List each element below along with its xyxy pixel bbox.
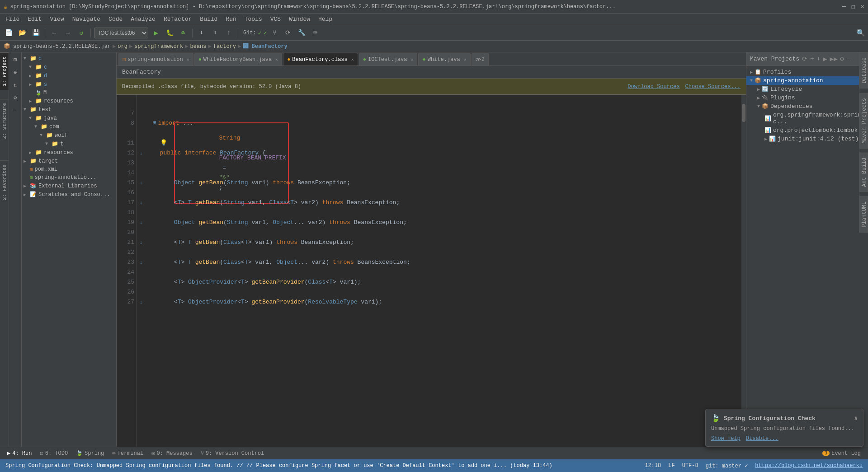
maven-add-icon[interactable]: + [810,55,814,63]
git-settings-button[interactable]: 🔧 [296,27,307,39]
maximize-button[interactable]: ❐ [851,3,855,10]
tab-ioctest[interactable]: ● IOCTest.java ✕ [359,53,418,65]
tree-item-test[interactable]: ▼📁test [22,105,116,114]
tab-beanfactory[interactable]: ● BeanFactory.class ✕ [283,53,358,65]
panel-scope-icon[interactable]: ⊕ [10,67,21,78]
messages-tab[interactable]: ✉ 0: Messages [148,449,196,458]
vcs-commit-button[interactable]: ⬆ [209,27,221,39]
close-button[interactable]: ✕ [861,3,864,10]
breadcrumb-springframework[interactable]: springframework [134,43,183,50]
structure-tab[interactable]: Z: Structure [0,99,9,142]
panel-settings-icon[interactable]: ⚙ [10,92,21,103]
tab-whitefactorybean[interactable]: ● WhiteFactoryBean.java ✕ [194,53,282,65]
tree-item-t[interactable]: ▼📁t [22,140,116,148]
menu-help[interactable]: Help [315,15,336,23]
tab-close-whitej[interactable]: ✕ [464,57,467,62]
breadcrumb-org[interactable]: org [118,43,127,50]
tree-item-s[interactable]: ▶📁s [22,80,116,89]
tab-spring-annotation[interactable]: m spring-annotation ✕ [118,53,193,65]
tab-close-white[interactable]: ✕ [275,57,278,62]
project-tab[interactable]: 1: Project [0,52,9,90]
maven-dependencies[interactable]: ▼ 📦 Dependencies [746,102,868,111]
menu-file[interactable]: File [2,15,23,23]
menu-edit[interactable]: Edit [24,15,45,23]
debug-button[interactable]: 🐛 [164,27,175,39]
tree-item-target[interactable]: ▶📁target [22,157,116,165]
menu-build[interactable]: Build [196,15,221,23]
event-log-tab[interactable]: 1 Event Log [819,449,864,458]
status-position[interactable]: 12:18 [645,463,661,469]
open-button[interactable]: 📂 [16,27,28,39]
new-file-button[interactable]: 📄 [3,27,14,39]
status-blog-link[interactable]: https://blog.csdn.net/suchahaerku [755,463,863,469]
run-tab[interactable]: ▶ 4: Run [4,449,35,458]
maven-spring-annotation[interactable]: ▼ 📦 spring-annotation [746,76,868,85]
run-button[interactable]: ▶ [150,27,162,39]
menu-tools[interactable]: Tools [241,15,266,23]
tab-close-ioc[interactable]: ✕ [410,57,413,62]
menu-analyze[interactable]: Analyze [127,15,159,23]
run-with-coverage-button[interactable]: ☘ [177,27,189,39]
menu-vcs[interactable]: VCS [267,15,284,23]
show-help-link[interactable]: Show Help [711,435,741,442]
terminal-tab[interactable]: ⌨ Terminal [108,449,147,458]
menu-navigate[interactable]: Navigate [69,15,104,23]
gutter-down-27[interactable]: ↓ [137,297,146,307]
run-config-dropdown[interactable]: IOCTest.test06 [94,28,148,38]
gutter-down-19[interactable]: ↓ [137,218,146,228]
search-everywhere-button[interactable]: 🔍 [856,28,865,37]
breadcrumb-beanfactory[interactable]: 🅱 BeanFactory [243,43,287,50]
gutter-down-17[interactable]: ↓ [137,198,146,208]
status-branch[interactable]: git: master ✓ [706,463,748,469]
disable-link[interactable]: Disable... [746,435,778,442]
maven-dep-lombok[interactable]: 📊 org.projectlombok:lombok:1.1... [746,126,868,135]
back-button[interactable]: ← [48,27,60,39]
tree-item-d[interactable]: ▶📁d [22,71,116,80]
version-control-tab[interactable]: ⑂ 9: Version Control [197,449,268,458]
menu-view[interactable]: View [46,15,67,23]
maven-lifecycle[interactable]: ▶ 🔄 Lifecycle [746,85,868,93]
tree-item-c2[interactable]: ▼📁c [22,63,116,71]
panel-layout-icon[interactable]: ⊞ [10,54,21,65]
database-tab[interactable]: Database [859,52,868,89]
panel-sort-icon[interactable]: ⇅ [10,79,21,90]
maven-debug-run-icon[interactable]: ▶▶ [830,55,838,63]
vcs-push-button[interactable]: ↑ [223,27,235,39]
scrollbar-thumb[interactable] [742,104,745,122]
minimize-button[interactable]: — [842,3,846,10]
plant-uml-tab[interactable]: PlantUML [859,196,868,233]
maven-dep-spring-core[interactable]: 📊 org.springframework:spring-c... [746,111,868,126]
maven-collapse-icon[interactable]: — [847,55,850,63]
tab-white[interactable]: ● White.java ✕ [418,53,470,65]
tab-more[interactable]: ≫2 [472,53,489,65]
maven-plugins[interactable]: ▶ 🔌 Plugins [746,93,868,102]
maven-run-icon[interactable]: ▶ [823,55,827,63]
download-sources-link[interactable]: Download Sources [627,84,679,90]
todo-tab[interactable]: ☑ 6: TODO [36,449,71,458]
breadcrumb-beans[interactable]: beans [190,43,206,50]
undo-nav-button[interactable]: ↺ [75,27,87,39]
breadcrumb-jar[interactable]: spring-beans-5.2.2.RELEASE.jar [13,43,111,50]
panel-collapse-icon[interactable]: — [10,105,21,116]
status-lf[interactable]: LF [668,463,675,469]
favorites-tab[interactable]: 2: Favorites [0,160,9,204]
tree-item-resources2[interactable]: ▶📁resources [22,148,116,157]
menu-window[interactable]: Window [285,15,314,23]
git-branch-button[interactable]: ⑂ [269,27,280,39]
tree-item-m[interactable]: ▶🍃M [22,89,116,97]
menu-refactor[interactable]: Refactor [160,15,195,23]
maven-profiles[interactable]: ▶ 📋 Profiles [746,68,868,76]
gutter-down-23[interactable]: ↓ [137,257,146,267]
tree-item-c1[interactable]: ▼📁c [22,54,116,63]
save-button[interactable]: 💾 [30,27,42,39]
maven-vertical-tab[interactable]: Maven Projects [859,93,868,149]
menu-code[interactable]: Code [105,15,126,23]
tab-close-bean[interactable]: ✕ [351,57,354,62]
tree-item-scratches[interactable]: ▶📝Scratches and Conso... [22,190,116,199]
gutter-down-15[interactable]: ↓ [137,178,146,188]
maven-download-icon[interactable]: ⬇ [817,55,821,63]
choose-sources-link[interactable]: Choose Sources... [685,84,741,90]
tree-item-wolf[interactable]: ▼📁wolf [22,131,116,140]
vertical-scrollbar[interactable] [741,95,746,447]
tree-item-external-libs[interactable]: ▶📚External Libraries [22,182,116,190]
